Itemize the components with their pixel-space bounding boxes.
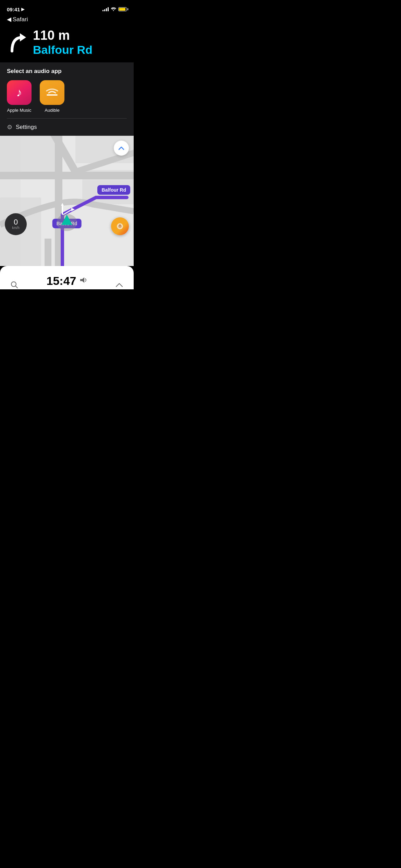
vehicle-icon [60,213,74,228]
svg-marker-0 [20,33,26,41]
back-label: Safari [13,16,28,23]
search-button[interactable] [7,277,22,289]
audio-apps-list: ♪ Apple Music Audible [7,80,127,113]
apple-music-app[interactable]: ♪ Apple Music [7,80,32,113]
eta-time: 15:47 [47,274,76,288]
distance-label: 3 km [73,289,86,289]
collapse-button[interactable] [114,141,129,156]
trip-details: 11 min 3 km [47,289,87,289]
audible-icon[interactable] [40,80,64,105]
map-area: Balfour Rd Bates Rd 0 km/h [0,136,134,266]
eta-container: 15:47 11 min 3 km [47,274,87,289]
time-label: 09:41 [7,7,20,12]
back-navigation[interactable]: ◀ Safari [0,15,134,26]
nav-street: Balfour Rd [33,43,127,57]
svg-rect-1 [47,94,58,96]
expand-button[interactable] [112,277,127,289]
bottom-bar: 15:47 11 min 3 km [0,266,134,289]
apple-music-icon[interactable]: ♪ [7,80,32,105]
location-arrow-icon: ▶ [21,7,24,12]
balfour-road-badge: Balfour Rd [97,185,130,195]
svg-marker-18 [80,277,84,283]
settings-row[interactable]: ⚙ Settings [7,119,127,136]
back-chevron-icon: ◀ [7,16,11,23]
audible-app[interactable]: Audible [40,80,64,113]
music-note-icon: ♪ [16,86,22,99]
navigation-info: 110 m Balfour Rd [33,28,127,57]
audio-section: Select an audio app ♪ Apple Music Audibl… [0,62,134,136]
nav-distance: 110 m [33,28,127,43]
svg-rect-8 [0,172,134,179]
back-button[interactable]: ◀ Safari [7,16,127,23]
navigation-header: 110 m Balfour Rd [0,26,134,62]
svg-rect-7 [0,136,21,266]
settings-gear-icon: ⚙ [7,123,12,131]
svg-marker-14 [61,215,72,225]
speed-value: 0 [14,218,18,226]
audible-label: Audible [45,108,59,113]
status-icons [102,7,127,12]
settings-label: Settings [16,124,37,131]
bottom-actions: 15:47 11 min 3 km [7,274,127,289]
turn-arrow-icon [7,31,27,55]
speed-unit: km/h [12,226,20,230]
status-bar: 09:41 ▶ [0,0,134,15]
status-time: 09:41 ▶ [7,7,24,12]
battery-icon [118,7,127,11]
speed-display: 0 km/h [5,213,27,235]
location-button[interactable] [111,217,129,235]
wifi-icon [111,7,116,12]
sound-icon[interactable] [80,277,87,285]
svg-rect-10 [45,239,51,266]
audio-section-title: Select an audio app [7,68,127,75]
apple-music-label: Apple Music [7,108,32,113]
duration-label: 11 min [48,289,66,289]
signal-bars-icon [102,7,109,11]
